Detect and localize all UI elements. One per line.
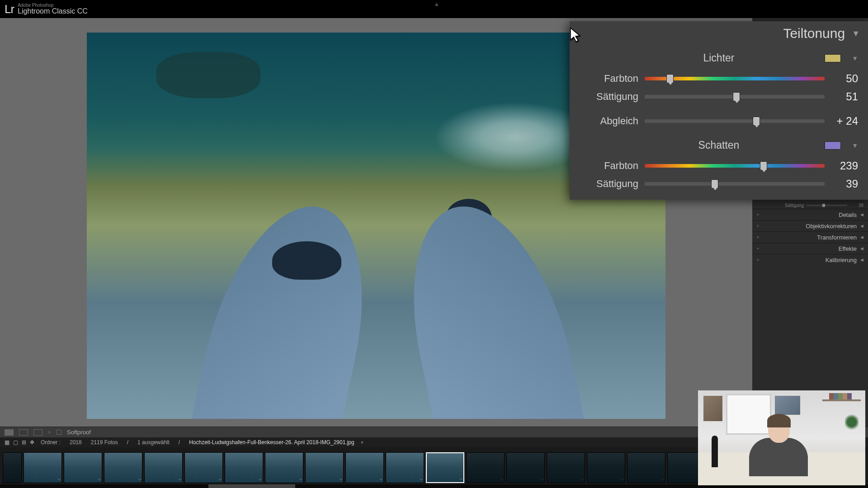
loupe-view-button[interactable] <box>5 429 14 436</box>
shadows-picker-icon[interactable]: ▼ <box>852 142 858 149</box>
balance-value[interactable]: + 24 <box>831 115 858 127</box>
filmstrip-thumb[interactable]: ▫▫ <box>506 452 545 483</box>
highlights-sat-slider[interactable]: Sättigung 51 <box>570 88 868 106</box>
highlights-title: Lichter <box>703 52 734 64</box>
panel-title: Teiltonung <box>783 26 845 41</box>
softproof-checkbox[interactable] <box>57 430 61 435</box>
mini-shadow-sat-row[interactable]: Sättigung 39 <box>752 202 868 209</box>
app-titlebar: Lr Adobe Photoshop Lightroom Classic CC … <box>0 0 868 18</box>
triangle-left-icon: ◀ <box>860 235 863 239</box>
panel-lens[interactable]: •Objektivkorrekturen◀ <box>752 220 868 231</box>
shadows-sat-value[interactable]: 39 <box>831 178 858 190</box>
shadows-swatch[interactable] <box>825 141 841 150</box>
highlights-picker-icon[interactable]: ▼ <box>852 55 858 62</box>
filmstrip-thumb[interactable]: ▫▫ <box>104 452 142 483</box>
panel-calibration[interactable]: •Kalibrierung◀ <box>752 254 868 265</box>
highlights-swatch[interactable] <box>825 54 841 62</box>
panel-collapse-icon[interactable]: ▼ <box>852 29 860 38</box>
filmstrip-thumb-selected[interactable]: ▫▫ <box>426 452 464 483</box>
filmstrip-thumb[interactable]: ▫▫ <box>24 452 62 483</box>
panel-details[interactable]: •Details◀ <box>752 209 868 220</box>
filmstrip-thumb[interactable]: ▫▫ <box>144 452 183 483</box>
softproof-label: Softproof <box>67 429 91 436</box>
highlights-sat-value[interactable]: 51 <box>831 90 858 103</box>
grid-toggle-icon[interactable]: ⊞ <box>22 439 26 446</box>
folder-year[interactable]: 2018 <box>67 439 85 446</box>
filmstrip-thumb[interactable]: ▫▫ <box>345 452 384 483</box>
filmstrip-thumb[interactable]: ▫▫ <box>386 452 424 483</box>
webcam-overlay <box>698 390 865 485</box>
mouse-cursor-icon <box>570 27 581 45</box>
triangle-left-icon: ◀ <box>860 246 863 251</box>
filmstrip-thumb[interactable] <box>3 452 22 483</box>
filmstrip-thumb[interactable]: ▫▫ <box>64 452 102 483</box>
shadows-title: Schatten <box>698 139 740 151</box>
split-toning-panel: Teiltonung ▼ Lichter ▼ Farbton 50 Sättig… <box>570 21 868 200</box>
svg-marker-0 <box>571 28 580 42</box>
triangle-left-icon: ◀ <box>860 258 863 262</box>
app-name: Lightroom Classic CC <box>18 8 88 15</box>
panel-effects[interactable]: •Effekte◀ <box>752 243 868 254</box>
selected-count: 1 ausgewählt <box>135 439 172 446</box>
triangle-left-icon: ◀ <box>860 224 863 228</box>
compare-view-button[interactable] <box>19 429 28 436</box>
current-filename[interactable]: Hochzeit-Ludwigshafen-Full-Benkesser-26.… <box>186 439 357 446</box>
filmstrip-thumb[interactable]: ▫▫ <box>587 452 625 483</box>
survey-view-button[interactable] <box>33 429 42 436</box>
highlights-hue-slider[interactable]: Farbton 50 <box>570 70 868 88</box>
photo-count: 2119 Fotos <box>88 439 121 446</box>
filmstrip-thumb[interactable]: ▫▫ <box>225 452 263 483</box>
filmstrip-thumb[interactable]: ▫▫ <box>184 452 223 483</box>
shadows-hue-value[interactable]: 239 <box>831 160 858 172</box>
titlebar-caret-icon[interactable]: ▲ <box>434 1 439 7</box>
mini-sat-value: 39 <box>850 203 863 208</box>
app-logo: Lr <box>5 2 14 16</box>
triangle-left-icon: ◀ <box>860 212 863 217</box>
filmstrip-thumb[interactable]: ▫▫ <box>547 452 585 483</box>
panel-transform[interactable]: •Transformieren◀ <box>752 231 868 243</box>
grid-view-icon[interactable]: ▦ <box>5 439 9 446</box>
arrows-icon[interactable]: ✥ <box>30 439 34 446</box>
shadows-hue-slider[interactable]: Farbton 239 <box>570 157 868 175</box>
filmstrip-thumb[interactable]: ▫▫ <box>265 452 303 483</box>
shadows-sat-slider[interactable]: Sättigung 39 <box>570 175 868 193</box>
mini-sat-label: Sättigung <box>777 203 804 208</box>
highlights-hue-value[interactable]: 50 <box>831 72 858 85</box>
filmstrip-thumb[interactable]: ▫▫ <box>627 452 665 483</box>
filmstrip-thumb[interactable]: ▫▫ <box>466 452 505 483</box>
balance-slider[interactable]: Abgleich + 24 <box>570 112 868 130</box>
filmstrip-thumb[interactable]: ▫▫ <box>305 452 344 483</box>
secondary-screen-icon[interactable]: ▢ <box>13 439 18 446</box>
folder-label: Ordner : <box>38 439 63 446</box>
